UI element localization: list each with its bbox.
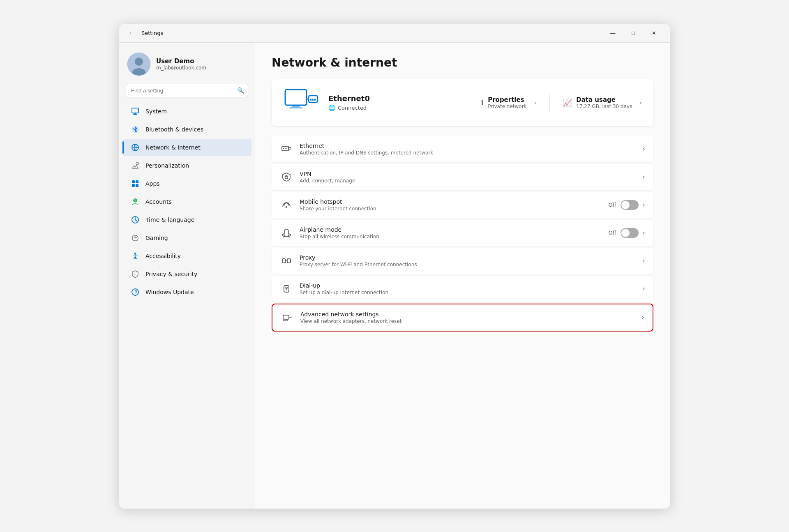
status-dot-icon: 🌐 (328, 104, 335, 111)
ethernet-chevron-icon: › (643, 145, 645, 153)
svg-rect-12 (132, 184, 135, 187)
ethernet-title: Ethernet (300, 143, 636, 149)
dialup-icon (280, 282, 293, 295)
hero-device-name: Ethernet0 (328, 94, 473, 103)
accounts-icon (131, 197, 140, 206)
search-input[interactable] (126, 84, 248, 97)
properties-icon: ℹ (481, 98, 484, 107)
svg-rect-10 (132, 180, 135, 183)
svg-rect-13 (136, 184, 138, 187)
vpn-icon (280, 170, 293, 184)
sidebar-label-accounts: Accounts (145, 198, 172, 205)
sidebar-item-accounts[interactable]: Accounts (122, 193, 251, 210)
sidebar-label-apps: Apps (145, 180, 160, 187)
hotspot-chevron-icon: › (643, 201, 645, 209)
setting-row-ethernet[interactable]: Ethernet Authentication, IP and DNS sett… (272, 136, 653, 162)
sidebar-label-time: Time & language (145, 216, 194, 223)
sidebar-item-accessibility[interactable]: Accessibility (122, 247, 251, 265)
minimize-button[interactable]: — (603, 26, 622, 39)
vpn-right: › (643, 173, 645, 181)
proxy-title: Proxy (300, 254, 636, 261)
gaming-icon (131, 233, 140, 242)
titlebar: ← Settings — □ ✕ (119, 24, 670, 43)
back-button[interactable]: ← (126, 27, 137, 39)
maximize-button[interactable]: □ (624, 26, 643, 39)
airplane-title: Airplane mode (300, 226, 602, 233)
svg-point-39 (286, 206, 287, 208)
vpn-title: VPN (300, 170, 636, 177)
svg-rect-38 (285, 177, 288, 179)
sidebar-label-gaming: Gaming (145, 235, 168, 241)
svg-rect-43 (284, 286, 289, 292)
dialup-sub: Set up a dial-up internet connection (300, 290, 636, 295)
system-icon (131, 107, 140, 116)
personalization-icon (131, 161, 140, 170)
airplane-icon (280, 226, 293, 240)
sidebar-item-system[interactable]: System (122, 103, 251, 120)
svg-line-18 (135, 220, 137, 221)
sidebar-item-time[interactable]: Time & language (122, 211, 251, 228)
hotspot-toggle[interactable] (621, 200, 639, 210)
dialup-title: Dial-up (300, 282, 636, 289)
time-icon (131, 215, 140, 224)
proxy-right: › (643, 257, 645, 265)
search-icon: 🔍 (237, 87, 244, 94)
bluetooth-icon (131, 125, 140, 134)
hotspot-icon (280, 198, 293, 212)
hero-status: 🌐 Connected (328, 104, 473, 111)
avatar (127, 53, 150, 76)
setting-row-hotspot[interactable]: Mobile hotspot Share your internet conne… (272, 192, 653, 218)
hotspot-right: Off › (608, 200, 645, 210)
vpn-sub: Add, connect, manage (300, 178, 636, 184)
svg-point-44 (286, 289, 287, 290)
sidebar-item-gaming[interactable]: Gaming (122, 229, 251, 246)
main-content: User Demo m_lab@outlook.com 🔍 Sy (119, 43, 670, 509)
sidebar-item-windows-update[interactable]: Windows Update (122, 283, 251, 301)
setting-row-dialup[interactable]: Dial-up Set up a dial-up internet connec… (272, 276, 653, 302)
hero-status-text: Connected (338, 105, 367, 111)
properties-text: Properties Private network (488, 96, 526, 109)
svg-rect-4 (134, 113, 136, 114)
sidebar-item-bluetooth[interactable]: Bluetooth & devices (122, 121, 251, 138)
advanced-text: Advanced network settings View all netwo… (300, 311, 635, 324)
airplane-sub: Stop all wireless communication (300, 234, 602, 240)
apps-icon (131, 179, 140, 188)
settings-window: ← Settings — □ ✕ User Demo m_ (119, 24, 670, 509)
svg-point-23 (132, 289, 138, 295)
proxy-icon (280, 254, 293, 267)
setting-row-airplane[interactable]: Airplane mode Stop all wireless communic… (272, 220, 653, 246)
hotspot-sub: Share your internet connection (300, 206, 602, 212)
airplane-toggle[interactable] (621, 228, 639, 238)
dialup-text: Dial-up Set up a dial-up internet connec… (300, 282, 636, 295)
airplane-toggle-knob (621, 229, 630, 237)
hotspot-toggle-label: Off (608, 202, 616, 208)
ethernet-sub: Authentication, IP and DNS settings, met… (300, 150, 636, 156)
data-usage-action[interactable]: 📈 Data usage 17.27 GB, last 30 days › (563, 96, 642, 109)
close-button[interactable]: ✕ (644, 26, 663, 39)
user-name: User Demo (156, 58, 206, 65)
sidebar-item-privacy[interactable]: Privacy & security (122, 265, 251, 283)
setting-row-proxy[interactable]: Proxy Proxy server for Wi-Fi and Etherne… (272, 248, 653, 274)
svg-rect-29 (312, 99, 314, 101)
sidebar-item-personalization[interactable]: Personalization (122, 157, 251, 174)
user-info: User Demo m_lab@outlook.com (156, 58, 206, 71)
airplane-text: Airplane mode Stop all wireless communic… (300, 226, 602, 240)
svg-rect-30 (314, 99, 316, 101)
settings-list: Ethernet Authentication, IP and DNS sett… (272, 136, 653, 332)
properties-action[interactable]: ℹ Properties Private network › (481, 96, 536, 109)
sidebar-label-accessibility: Accessibility (145, 253, 181, 259)
sidebar-item-network[interactable]: Network & internet (122, 139, 251, 156)
hotspot-text: Mobile hotspot Share your internet conne… (300, 198, 602, 212)
svg-rect-41 (287, 259, 291, 263)
airplane-right: Off › (608, 228, 645, 238)
user-profile: User Demo m_lab@outlook.com (119, 49, 255, 84)
svg-rect-40 (282, 259, 286, 263)
airplane-chevron-icon: › (643, 229, 645, 237)
setting-row-advanced[interactable]: Advanced network settings View all netwo… (272, 304, 653, 332)
properties-label: Properties (488, 96, 526, 104)
setting-row-vpn[interactable]: VPN Add, connect, manage › (272, 164, 653, 190)
sidebar-label-privacy: Privacy & security (145, 271, 197, 277)
hero-divider (549, 94, 550, 111)
content-area: Network & internet (255, 43, 670, 509)
sidebar-item-apps[interactable]: Apps (122, 175, 251, 192)
